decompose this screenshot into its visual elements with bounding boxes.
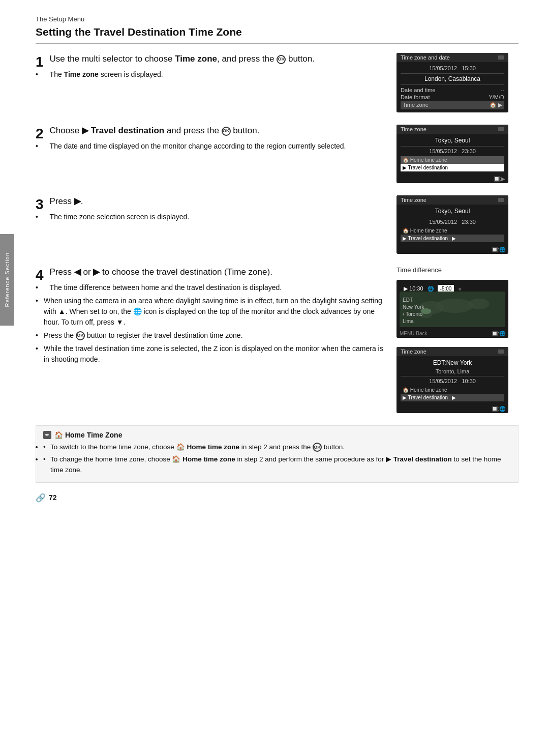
cam-datetime-4b: 15/05/2012 10:30 [401, 378, 504, 384]
footer-arrow-icon: 🔗 [36, 493, 46, 503]
cam-travel-row-4b: ▶ Travel destination ▶ [401, 394, 504, 401]
cam-title-2-label: Time zone [401, 126, 426, 132]
step-1-number: 1 [36, 53, 44, 69]
note-title: ✏ 🏠 Home Time Zone [43, 431, 511, 439]
step-2-title: Choose ▶ Travel destination and press th… [36, 125, 386, 137]
step-4-bullets: The time difference between home and the… [36, 282, 386, 365]
cam-footer-2: 🔲:▶ [396, 175, 508, 183]
note-bullet-2: To change the home time zone, choose 🏠 H… [43, 454, 511, 475]
cam-footer-3: 🔲:🌐 [396, 245, 508, 254]
step-4-title: Press ◀ or ▶ to choose the travel destin… [36, 266, 386, 278]
cam-home-row-4b: 🏠 Home time zone [401, 386, 504, 394]
page-wrapper: Reference Section The Setup Menu Setting… [0, 0, 549, 523]
step-2-number: 2 [36, 125, 44, 141]
svg-point-3 [468, 299, 490, 309]
step-2-bullets: The date and time displayed on the monit… [36, 141, 386, 152]
step-1-left: 1 Use the multi selector to choose Time … [36, 53, 386, 112]
cam-body-2: Tokyo, Seoul 15/05/2012 23:30 🏠 Home tim… [396, 134, 508, 175]
step-3-bullet-1: The time zone selection screen is displa… [36, 212, 386, 222]
cam-row-date-format: Date formatY/M/D [401, 94, 504, 101]
step-4-body: 4 Press ◀ or ▶ to choose the travel dest… [36, 266, 386, 367]
time-diff-label: Time difference [396, 266, 518, 274]
cam-title-3-label: Time zone [401, 197, 426, 203]
camera-screen-4b: Time zone EDT:New York Toronto, Lima 15/… [396, 347, 508, 413]
camera-screen-3: Time zone Tokyo, Seoul 15/05/2012 23:30 … [396, 195, 508, 254]
step-2-body: 2 Choose ▶ Travel destination and press … [36, 125, 386, 154]
note-box: ✏ 🏠 Home Time Zone To switch to the home… [36, 425, 518, 483]
step-3-title: Press ▶. [36, 195, 386, 208]
cam-map-bg: EDT:New York‹ TorontoLima [400, 292, 505, 327]
note-body: To switch to the home time zone, choose … [43, 442, 511, 475]
cam-titlebar-4b: Time zone [396, 347, 508, 356]
cam-home-row-2: 🏠 Home time zone [401, 156, 504, 164]
cam-divider-3 [401, 217, 504, 217]
step-2-right: Time zone Tokyo, Seoul 15/05/2012 23:30 … [396, 125, 518, 183]
ok-button-symbol-2: OK [222, 127, 231, 136]
cam-datetime-1: 15/05/2012 15:30 [401, 65, 504, 71]
cam-city-2: Tokyo, Seoul [401, 137, 504, 144]
step-4-bullet-4: While the travel destination time zone i… [36, 343, 386, 365]
cam-footer-4b: 🔲:🌐 [396, 404, 508, 413]
cam-divider-1a [401, 73, 504, 74]
step-4: 4 Press ◀ or ▶ to choose the travel dest… [36, 266, 518, 413]
cam-datetime-3: 15/05/2012 23:30 [401, 219, 504, 225]
cam-home-row-3: 🏠 Home time zone [401, 227, 504, 235]
cam-title-icon-4b [498, 350, 504, 354]
step-1-title: Use the multi selector to choose Time zo… [36, 53, 386, 65]
reference-section-tab: Reference Section [0, 234, 14, 326]
cam-city-1: London, Casablanca [401, 75, 504, 82]
ok-symbol-step4: OK [76, 331, 85, 340]
step-3-body: 3 Press ▶. The time zone selection scree… [36, 195, 386, 225]
step-1-bullet-1: The Time zone screen is displayed. [36, 69, 386, 80]
cam-city-3: Tokyo, Seoul [401, 208, 504, 215]
cam-divider-2 [401, 146, 504, 147]
page-title: Setting the Travel Destination Time Zone [36, 26, 518, 44]
cam-menu-footer-4a: MENU Back 🔲:🌐 [396, 329, 508, 338]
step-4-bullet-3: Press the OK button to register the trav… [36, 330, 386, 341]
ok-symbol-note1: OK [313, 443, 322, 452]
step-1-body: 1 Use the multi selector to choose Time … [36, 53, 386, 82]
cam-datetime-2: 15/05/2012 23:30 [401, 148, 504, 154]
step-3-right: Time zone Tokyo, Seoul 15/05/2012 23:30 … [396, 195, 518, 254]
camera-screen-1: Time zone and date 15/05/2012 15:30 Lond… [396, 53, 508, 112]
step-4-right: Time difference ▶ 10:30 🌐 -5:00 ■ [396, 266, 518, 413]
cam-body-3: Tokyo, Seoul 15/05/2012 23:30 🏠 Home tim… [396, 205, 508, 245]
cam-titlebar-2: Time zone [396, 125, 508, 134]
note-bullet-1: To switch to the home time zone, choose … [43, 442, 511, 452]
side-tab-label: Reference Section [4, 252, 10, 307]
step-3-number: 3 [36, 195, 44, 212]
camera-screen-4a: ▶ 10:30 🌐 -5:00 ■ [396, 280, 508, 338]
cam-row-timezone-1: Time zone🏠 ▶ [401, 101, 504, 109]
step-4-bullet-1: The time difference between home and the… [36, 282, 386, 293]
step-1-bullets: The Time zone screen is displayed. [36, 69, 386, 80]
cam-title-1-label: Time zone and date [401, 54, 450, 61]
step-4-left: 4 Press ◀ or ▶ to choose the travel dest… [36, 266, 386, 413]
cam-title-4b-label: Time zone [401, 348, 426, 355]
cam-city-4b-1: EDT:New York [401, 359, 504, 366]
cam-body-4b: EDT:New York Toronto, Lima 15/05/2012 10… [396, 356, 508, 404]
cam-divider-1b [401, 84, 504, 85]
page-footer: 🔗 72 [36, 493, 518, 503]
cam-title-icon-2 [498, 127, 504, 131]
note-icon: ✏ [43, 431, 51, 439]
cam-title-icon-1 [498, 55, 504, 60]
step-3-left: 3 Press ▶. The time zone selection scree… [36, 195, 386, 254]
cam-row-date-time: Date and time-- [401, 86, 504, 94]
step-3: 3 Press ▶. The time zone selection scree… [36, 195, 518, 254]
step-1-right: Time zone and date 15/05/2012 15:30 Lond… [396, 53, 518, 112]
camera-screen-2: Time zone Tokyo, Seoul 15/05/2012 23:30 … [396, 125, 508, 183]
note-title-text: 🏠 Home Time Zone [54, 431, 122, 439]
step-2: 2 Choose ▶ Travel destination and press … [36, 125, 518, 183]
step-1: 1 Use the multi selector to choose Time … [36, 53, 518, 112]
cam-titlebar-3: Time zone [396, 195, 508, 205]
footer-page-number: 72 [49, 493, 57, 502]
cam-cities: EDT:New York‹ TorontoLima [403, 297, 424, 325]
step-2-left: 2 Choose ▶ Travel destination and press … [36, 125, 386, 183]
section-header: The Setup Menu [36, 15, 518, 23]
cam-body-4a: ▶ 10:30 🌐 -5:00 ■ [396, 280, 508, 329]
cam-city-4b-2: Toronto, Lima [401, 368, 504, 374]
step-2-bullet-1: The date and time displayed on the monit… [36, 141, 386, 152]
ok-button-symbol-1: OK [277, 55, 286, 64]
cam-titlebar-1: Time zone and date [396, 53, 508, 62]
cam-travel-row-3: ▶ Travel destination ▶ [401, 235, 504, 242]
